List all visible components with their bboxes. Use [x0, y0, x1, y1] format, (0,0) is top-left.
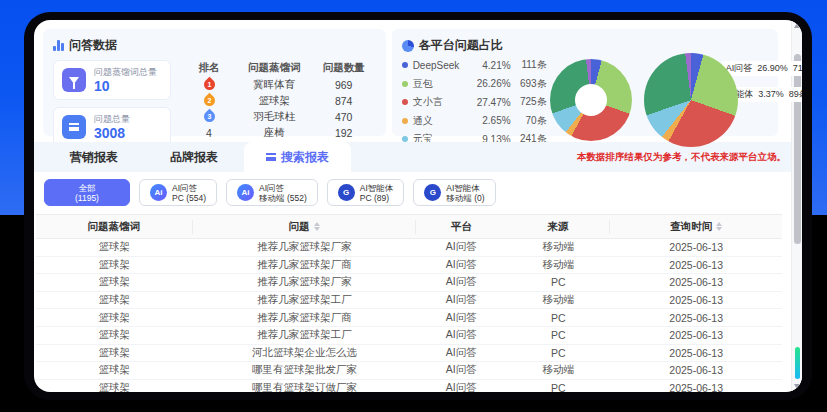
table-cell-keyword: 篮球架: [36, 346, 193, 360]
table-cell-platform: AI问答: [416, 293, 506, 307]
ranking-row: 3 羽毛球柱 470: [181, 109, 376, 125]
ranking-row: 1 冀晖体育 969: [181, 77, 376, 93]
qa-data-panel: 问答数据 问题蒸馏词总量 10: [43, 29, 386, 136]
table-row: 篮球架推荐几家篮球架工厂AI问答移动端2025-06-13: [36, 292, 782, 310]
legend-dot: [402, 81, 408, 87]
table-cell-question: 推荐几家篮球架厂家: [193, 240, 417, 254]
table-cell-time: 2025-06-13: [610, 347, 782, 359]
table-cell-source: 移动端: [506, 240, 610, 254]
table-cell-time: 2025-06-13: [610, 276, 782, 288]
results-table: 问题蒸馏词 问题 平台 来源 查询时间 篮球架推荐几家篮球架厂家AI问答移动端2…: [36, 214, 782, 392]
col-header-keyword: 问题蒸馏词: [36, 220, 193, 234]
legend-dot: [402, 62, 408, 68]
ai-qa-icon: Ai: [237, 184, 254, 201]
table-cell-question: 推荐几家篮球架厂商: [193, 258, 417, 272]
table-cell-source: 移动端: [506, 258, 610, 272]
filter-ai-agent-pc-button[interactable]: G AI智能体 PC (89): [327, 179, 405, 206]
sort-question-control[interactable]: [314, 222, 320, 231]
ranking-count: 874: [312, 95, 376, 107]
bar-chart-icon: [53, 40, 64, 51]
table-row: 篮球架推荐几家篮球架厂商AI问答移动端2025-06-13: [36, 257, 782, 275]
col-header-source: 来源: [506, 220, 610, 234]
table-cell-keyword: 篮球架: [36, 275, 193, 289]
table-cell-time: 2025-06-13: [610, 241, 782, 253]
app-window: 问答数据 问题蒸馏词总量 10: [24, 12, 812, 400]
table-cell-keyword: 篮球架: [36, 363, 193, 377]
tab-search-report[interactable]: 搜索报表: [244, 142, 351, 172]
disclaimer-text: 本数据排序结果仅为参考，不代表来源平台立场。: [577, 151, 786, 164]
inner-scrollbar-thumb[interactable]: [795, 347, 800, 379]
table-cell-time: 2025-06-13: [610, 312, 782, 324]
ranking-header-rank: 排名: [181, 61, 237, 75]
tab-marketing-report[interactable]: 营销报表: [44, 142, 144, 172]
qa-data-title: 问答数据: [69, 37, 117, 54]
donut-chart[interactable]: [550, 59, 632, 141]
stat-value: 3008: [94, 125, 130, 141]
legend-item[interactable]: 豆包 26.26% 693条: [402, 75, 548, 94]
filter-ai-agent-mobile-button[interactable]: G AI智能体 移动端 (0): [413, 179, 495, 206]
ranking-keyword: 篮球架: [237, 94, 312, 108]
table-cell-time: 2025-06-13: [610, 294, 782, 306]
ranking-row: 4 座椅 192: [181, 125, 376, 141]
table-cell-question: 哪里有篮球架订做厂家: [193, 381, 417, 392]
ranking-count: 470: [312, 111, 376, 123]
pie-label-ai-qa: AI问答26.90%710条: [722, 61, 802, 76]
pie-chart-icon: [402, 40, 414, 52]
table-cell-keyword: 篮球架: [36, 311, 193, 325]
table-cell-platform: AI问答: [416, 240, 506, 254]
legend-item[interactable]: 通义 2.65% 70条: [402, 112, 548, 131]
legend-dot: [402, 118, 408, 124]
table-cell-source: 移动端: [506, 293, 610, 307]
col-header-question: 问题: [193, 220, 417, 234]
legend-item[interactable]: 文小言 27.47% 725条: [402, 93, 548, 112]
sort-time-control[interactable]: [716, 222, 722, 231]
table-cell-source: PC: [506, 329, 610, 341]
table-cell-time: 2025-06-13: [610, 364, 782, 376]
table-cell-time: 2025-06-13: [610, 329, 782, 341]
platform-share-title: 各平台问题占比: [419, 37, 503, 54]
table-cell-platform: AI问答: [416, 275, 506, 289]
table-row: 篮球架推荐几家篮球架工厂AI问答PC2025-06-13: [36, 327, 782, 345]
filter-icon: [62, 68, 86, 92]
table-cell-question: 推荐几家篮球架厂商: [193, 311, 417, 325]
table-cell-question: 推荐几家篮球架工厂: [193, 293, 417, 307]
ai-agent-icon: G: [424, 184, 441, 201]
qa-data-header: 问答数据: [53, 37, 376, 54]
table-cell-question: 推荐几家篮球架工厂: [193, 328, 417, 342]
filter-ai-qa-pc-button[interactable]: Ai AI问答 PC (554): [139, 179, 217, 206]
ranking-count: 969: [312, 79, 376, 91]
legend-dot: [402, 99, 408, 105]
table-row: 篮球架推荐几家篮球架厂家AI问答PC2025-06-13: [36, 274, 782, 292]
table-row: 篮球架哪里有篮球架批发厂家AI问答移动端2025-06-13: [36, 362, 782, 380]
ranking-keyword: 冀晖体育: [237, 78, 312, 92]
pie-chart[interactable]: [644, 53, 738, 147]
ranking-header-keyword: 问题蒸馏词: [237, 61, 312, 75]
table-cell-source: PC: [506, 312, 610, 324]
table-row: 篮球架河北篮球架企业怎么选AI问答PC2025-06-13: [36, 345, 782, 363]
stat-value: 10: [94, 78, 157, 94]
app-content: 问答数据 问题蒸馏词总量 10: [34, 20, 802, 392]
scrollbar-thumb[interactable]: [794, 54, 801, 244]
filter-all-button[interactable]: 全部 (1195): [44, 179, 130, 206]
table-cell-source: PC: [506, 382, 610, 392]
scroll-down-icon[interactable]: [794, 384, 800, 389]
legend-item[interactable]: DeepSeek 4.21% 111条: [402, 56, 548, 75]
ranking-count: 192: [312, 127, 376, 139]
table-cell-question: 河北篮球架企业怎么选: [193, 346, 417, 360]
table-row: 篮球架哪里有篮球架订做厂家AI问答PC2025-06-13: [36, 380, 782, 392]
ranking-header-count: 问题数量: [312, 61, 376, 75]
stats-row: 问答数据 问题蒸馏词总量 10: [34, 20, 802, 142]
filter-ai-qa-mobile-button[interactable]: Ai AI问答 移动端 (552): [226, 179, 318, 206]
table-cell-platform: AI问答: [416, 311, 506, 325]
table-cell-time: 2025-06-13: [610, 382, 782, 392]
table-cell-source: PC: [506, 347, 610, 359]
stat-label: 问题蒸馏词总量: [94, 67, 157, 78]
stat-card-keywords: 问题蒸馏词总量 10: [53, 60, 171, 100]
table-cell-platform: AI问答: [416, 328, 506, 342]
scroll-up-icon[interactable]: [794, 23, 800, 28]
tab-brand-report[interactable]: 品牌报表: [144, 142, 244, 172]
table-cell-source: PC: [506, 276, 610, 288]
table-cell-platform: AI问答: [416, 363, 506, 377]
table-cell-keyword: 篮球架: [36, 293, 193, 307]
table-cell-question: 推荐几家篮球架厂家: [193, 275, 417, 289]
